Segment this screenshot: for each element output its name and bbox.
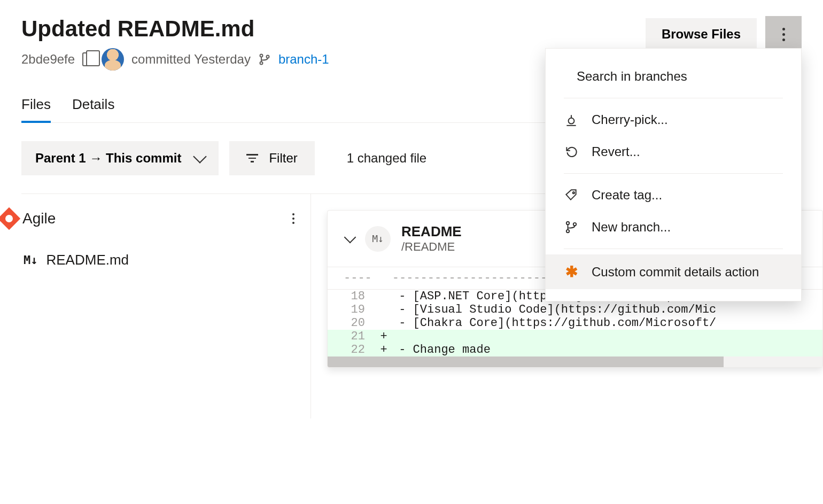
menu-create-tag[interactable]: Create tag...	[546, 179, 801, 211]
branch-icon	[564, 220, 579, 234]
more-icon	[765, 28, 802, 41]
cherry-pick-icon	[564, 113, 579, 127]
filter-icon	[246, 154, 258, 162]
diff-line: 19 - [Visual Studio Code](https://github…	[328, 303, 822, 316]
markdown-icon: M↓	[24, 253, 38, 267]
svg-point-2	[266, 56, 269, 58]
tree-item-label: README.md	[46, 252, 129, 268]
tree-more-button[interactable]	[292, 213, 294, 224]
line-number: 20	[328, 316, 376, 330]
asterisk-icon: ✱	[564, 263, 579, 281]
diff-code: - [Chakra Core](https://github.com/Micro…	[392, 316, 822, 330]
line-number: 21	[328, 330, 376, 343]
svg-point-5	[566, 222, 569, 224]
tab-details[interactable]: Details	[72, 96, 114, 122]
line-number: 18	[328, 290, 376, 303]
svg-point-4	[573, 192, 574, 193]
tree-root-name: Agile	[22, 210, 56, 227]
changed-files-count: 1 changed file	[347, 151, 426, 166]
diff-code	[392, 330, 822, 343]
diff-op: +	[376, 330, 392, 343]
menu-cherry-pick[interactable]: Cherry-pick...	[546, 104, 801, 136]
tree-item[interactable]: M↓ README.md	[0, 230, 310, 268]
git-icon	[0, 207, 20, 230]
line-number: 19	[328, 303, 376, 316]
diff-code: - Change made	[392, 343, 822, 356]
tag-icon	[564, 188, 579, 202]
filter-button[interactable]: Filter	[229, 141, 314, 175]
svg-point-1	[260, 62, 262, 65]
svg-point-0	[260, 55, 262, 57]
line-number: 22	[328, 343, 376, 356]
commit-hash: 2bde9efe	[21, 52, 75, 67]
menu-custom-action[interactable]: ✱ Custom commit details action	[546, 254, 801, 289]
menu-separator	[564, 173, 783, 174]
svg-point-6	[566, 230, 569, 232]
diff-op	[376, 290, 392, 303]
file-title: README	[401, 223, 462, 240]
menu-revert[interactable]: Revert...	[546, 136, 801, 168]
menu-separator	[564, 98, 783, 98]
copy-icon[interactable]	[82, 52, 94, 66]
branch-link[interactable]: branch-1	[278, 52, 329, 67]
diff-op	[376, 316, 392, 330]
horizontal-scrollbar[interactable]	[328, 356, 822, 367]
browse-files-button[interactable]: Browse Files	[646, 18, 757, 50]
svg-point-3	[569, 118, 574, 124]
branch-icon	[258, 53, 271, 66]
diff-line: 22+ - Change made	[328, 343, 822, 356]
menu-new-branch[interactable]: New branch...	[546, 211, 801, 243]
committed-label: committed Yesterday	[131, 52, 251, 67]
more-actions-menu: Search in branches Cherry-pick... Revert…	[545, 48, 802, 301]
collapse-chevron-icon[interactable]	[344, 231, 356, 243]
menu-search-branches[interactable]: Search in branches	[546, 60, 801, 92]
menu-separator	[564, 249, 783, 249]
diff-code: - [Visual Studio Code](https://github.co…	[392, 303, 822, 316]
more-actions-button[interactable]	[765, 16, 802, 52]
commit-title: Updated README.md	[21, 16, 329, 42]
file-tree: Agile M↓ README.md	[0, 194, 311, 418]
chevron-down-icon	[193, 150, 207, 163]
compare-dropdown[interactable]: Parent 1 → This commit	[21, 141, 219, 175]
diff-line: 21+	[328, 330, 822, 343]
avatar	[102, 48, 124, 71]
revert-icon	[564, 145, 579, 159]
diff-op: +	[376, 343, 392, 356]
file-path: /README	[401, 240, 462, 254]
svg-point-7	[573, 223, 576, 226]
tab-files[interactable]: Files	[21, 96, 51, 122]
diff-line: 20 - [Chakra Core](https://github.com/Mi…	[328, 316, 822, 330]
scrollbar-thumb[interactable]	[328, 356, 724, 367]
diff-op	[376, 303, 392, 316]
markdown-badge-icon: M↓	[365, 226, 391, 252]
